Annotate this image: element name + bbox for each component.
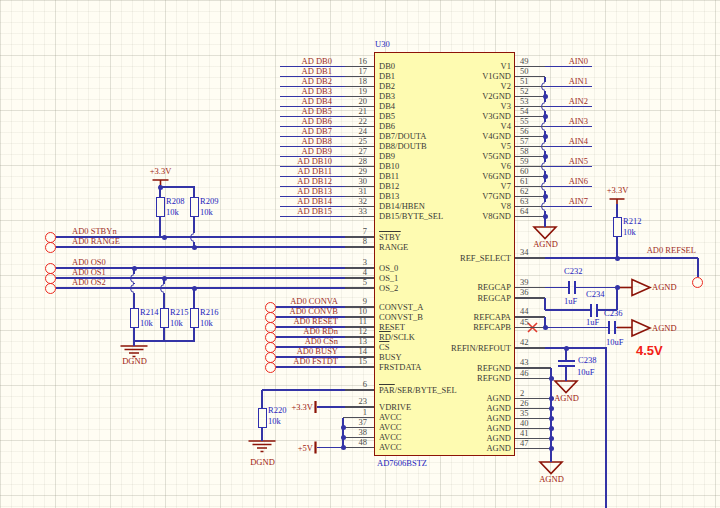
resistor-value[interactable]: 10k [623,228,636,237]
wire[interactable] [545,86,592,88]
wire[interactable] [597,309,617,311]
wire[interactable] [160,186,195,188]
wire[interactable] [545,347,607,349]
agnd-symbol[interactable] [632,320,650,336]
resistor-ref[interactable]: R215 [170,308,188,317]
wire[interactable] [193,288,195,308]
agnd-symbol[interactable] [555,381,577,393]
net-label[interactable]: AD DB10 [242,157,332,166]
resistor-value[interactable]: 10k [170,319,183,328]
wire[interactable] [576,287,617,289]
wire[interactable] [545,166,592,168]
net-port[interactable] [265,362,276,373]
capacitor-ref[interactable]: C234 [586,290,604,299]
net-label[interactable]: AD DB2 [242,77,332,86]
ic-designator[interactable]: U30 [375,40,390,49]
wire[interactable] [342,418,344,448]
wire[interactable] [133,341,135,346]
capacitor-c232[interactable] [568,281,570,294]
net-label[interactable]: AD DB9 [242,147,332,156]
net-label[interactable]: AIN6 [508,177,588,186]
wire[interactable] [133,328,135,341]
capacitor-value[interactable]: 1uF [586,318,599,327]
wire[interactable] [261,428,263,442]
wire[interactable] [193,217,195,233]
power-label-5v[interactable]: +5V [263,444,313,453]
ic-part-number[interactable]: AD7606BSTZ [377,459,427,468]
net-label[interactable]: AIN0 [508,57,588,66]
net-label-refsel[interactable]: AD0 REFSEL [616,246,696,255]
resistor-r214[interactable] [130,308,139,328]
capacitor-value[interactable]: 10uF [606,338,623,347]
resistor-ref[interactable]: R208 [166,197,184,206]
capacitor-ref[interactable]: C232 [564,267,582,276]
net-label[interactable]: AD DB13 [242,187,332,196]
resistor-value[interactable]: 10k [140,319,153,328]
ground-label-dgnd[interactable]: DGND [237,458,288,467]
ground-label-agnd[interactable]: AGND [526,475,577,484]
wire[interactable] [616,288,618,311]
wire[interactable] [163,328,165,341]
resistor-r208[interactable] [156,197,165,217]
wire[interactable] [545,287,568,289]
net-label[interactable]: AD0 BUSY [248,347,338,356]
capacitor-value[interactable]: 10uF [577,368,594,377]
net-label[interactable]: AD DB14 [242,197,332,206]
net-label[interactable]: AIN1 [508,77,588,86]
net-label[interactable]: AD0 CONVB [248,307,338,316]
power-label-33v[interactable]: +3.3V [263,403,313,412]
net-label[interactable]: AD0 CONVA [248,297,338,306]
resistor-value[interactable]: 10k [200,208,213,217]
resistor-r209[interactable] [190,197,199,217]
wire[interactable] [280,216,345,218]
wire[interactable] [545,327,608,329]
net-label[interactable]: AIN7 [508,197,588,206]
wire[interactable] [545,309,590,311]
wire[interactable] [545,257,698,259]
net-label[interactable]: AD DB12 [242,177,332,186]
net-label[interactable]: AIN4 [508,137,588,146]
net-label[interactable]: AD0 RANGE [72,237,120,246]
agnd-symbol[interactable] [632,280,650,296]
capacitor-c234[interactable] [590,304,592,317]
resistor-value[interactable]: 10k [268,417,281,426]
resistor-value[interactable]: 10k [166,208,179,217]
capacitor-c236[interactable] [608,321,610,334]
wire[interactable] [697,258,699,277]
net-port[interactable] [45,242,56,253]
wire[interactable] [56,246,345,248]
net-label[interactable]: AD0 RESET [248,317,338,326]
wire[interactable] [615,327,617,329]
net-label[interactable]: AD DB15 [242,207,332,216]
net-label[interactable]: AD0 OS2 [72,278,106,287]
net-label[interactable]: AD0 RDn [248,327,338,336]
wire[interactable] [545,106,592,108]
resistor-ref[interactable]: R214 [140,308,158,317]
net-label[interactable]: AD DB6 [242,117,332,126]
capacitor-value[interactable]: 1uF [564,297,577,306]
net-label[interactable]: AIN5 [508,157,588,166]
wire[interactable] [545,186,592,188]
power-label-33v[interactable]: +3.3V [135,167,186,176]
net-port[interactable] [45,273,56,284]
wire[interactable] [276,366,346,368]
net-port[interactable] [45,283,56,294]
resistor-ref[interactable]: R212 [623,217,641,226]
resistor-r215[interactable] [160,308,169,328]
net-port[interactable] [45,263,56,274]
wire[interactable] [544,298,546,310]
resistor-value[interactable]: 10k [200,319,213,328]
resistor-ref[interactable]: R209 [200,197,218,206]
wire[interactable] [616,237,618,258]
resistor-r216[interactable] [190,308,199,328]
wire[interactable] [262,389,345,391]
net-label[interactable]: AD0 CSn [248,337,338,346]
wire[interactable] [193,328,195,341]
ground-label-agnd[interactable]: AGND [652,324,677,333]
power-label-33v[interactable]: +3.3V [592,186,643,195]
wire[interactable] [545,66,592,68]
wire[interactable] [56,287,345,289]
net-label[interactable]: AD DB0 [242,57,332,66]
net-label[interactable]: AD DB11 [242,167,332,176]
net-label[interactable]: AIN2 [508,97,588,106]
